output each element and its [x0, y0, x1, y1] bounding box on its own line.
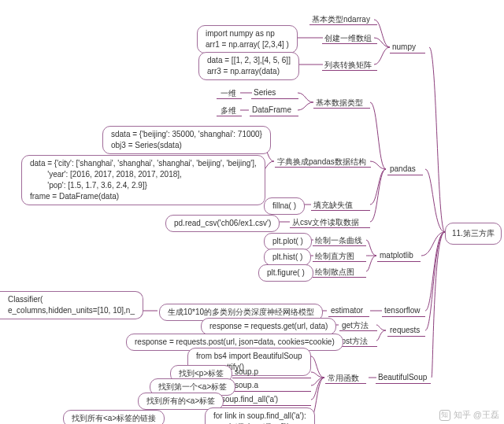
underline [325, 383, 366, 384]
underline [322, 70, 377, 71]
req-get-code: response = requests.get(url, data) [201, 318, 336, 335]
underline [313, 245, 366, 246]
numpy-create1d: 创建一维数组 [324, 33, 372, 44]
watermark: 知乎 @王磊 [439, 409, 499, 421]
underline [377, 261, 421, 262]
pandas-dict2struct: 字典换成pandas数据结构 [277, 157, 366, 168]
bs4-loop-code: for link in soup.find_all('a'): print(li… [205, 407, 315, 424]
pandas-readcsv-desc: 从csv文件读取数据 [292, 217, 359, 228]
underline [387, 175, 423, 175]
underline [313, 277, 366, 278]
underline [217, 116, 242, 116]
underline [313, 108, 370, 109]
tf-est: estimator [331, 306, 363, 315]
zhihu-icon [439, 410, 450, 421]
bs4-href-desc: 找到所有<a>标签的链接 [63, 410, 165, 424]
pandas-basic-types: 基本数据类型 [316, 98, 363, 109]
branch-matplotlib[interactable]: matplotlib [380, 251, 413, 260]
underline [328, 316, 369, 317]
underline [250, 116, 298, 116]
underline [219, 405, 311, 406]
pandas-dict-code2: data = {'city': ['shanghai', 'shanghai',… [21, 155, 265, 205]
mpl-plot-desc: 绘制一条曲线 [315, 235, 362, 246]
numpy-basic-type: 基本类型ndarray [312, 14, 370, 25]
mpl-hist-desc: 绘制直方图 [315, 251, 354, 262]
underline [251, 98, 298, 99]
branch-tensorflow[interactable]: tensorflow [384, 306, 421, 315]
mpl-figure: plt.figure( ) [258, 264, 313, 282]
numpy-list2mat: 列表转换矩阵 [324, 60, 372, 71]
underline [217, 98, 242, 99]
pandas-fillna-desc: 填充缺失值 [313, 200, 353, 211]
branch-requests[interactable]: requests [390, 326, 420, 334]
bs4-findall: soup.find_all('a') [221, 395, 278, 404]
bs4-p: soup.p [235, 367, 258, 376]
underline [376, 383, 431, 384]
underline [382, 316, 425, 317]
underline [275, 167, 371, 168]
branch-pandas[interactable]: pandas [390, 164, 416, 173]
pandas-readcsv-code: pd.read_csv('ch06/ex1.csv') [165, 215, 280, 232]
pandas-dict-code1: sdata = {'beijing': 35000, 'shanghai': 7… [102, 126, 271, 154]
req-get: get方法 [342, 320, 369, 331]
underline [232, 378, 311, 378]
pandas-series: Series [254, 88, 276, 97]
mpl-hist: plt.hist( ) [264, 249, 311, 266]
underline [313, 261, 366, 262]
numpy-create1d-code: import numpy as np arr1 = np.array( [2,3… [197, 25, 298, 53]
branch-bs4[interactable]: BeautifulSoup [378, 373, 427, 382]
underline [339, 330, 377, 331]
pandas-dataframe: DataFrame [252, 105, 291, 114]
underline [290, 227, 370, 228]
mpl-plot: plt.plot( ) [264, 233, 312, 250]
watermark-text: 知乎 @王磊 [454, 409, 499, 421]
mpl-figure-desc: 绘制散点图 [315, 267, 354, 278]
underline [390, 53, 425, 53]
tf-clf-code: Classifier( e_columns,hidden_units=[10, … [0, 291, 143, 319]
numpy-list2mat-code: data = [[1, 2, 3],[4, 5, 6]] arr3 = np.a… [198, 52, 299, 80]
underline [387, 336, 425, 337]
underline [311, 210, 370, 211]
bs4-common: 常用函数 [328, 373, 359, 384]
underline [322, 43, 377, 44]
branch-numpy[interactable]: numpy [392, 42, 416, 51]
root-node[interactable]: 11.第三方库 [445, 223, 502, 245]
pandas-fillna: fillna( ) [264, 197, 305, 215]
pandas-series-dim: 一维 [220, 88, 236, 99]
pandas-dataframe-dim: 多维 [220, 105, 236, 116]
underline [232, 391, 311, 392]
bs4-a: soup.a [235, 381, 258, 389]
underline [309, 24, 377, 25]
